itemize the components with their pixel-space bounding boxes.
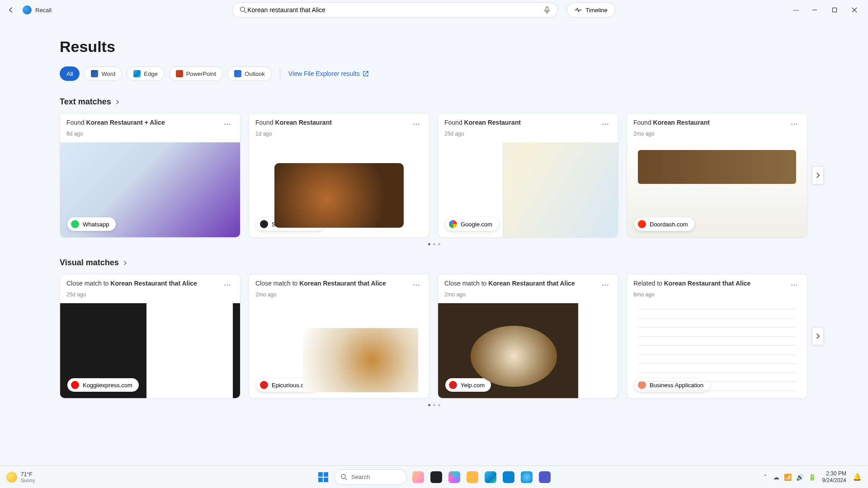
- scroll-next-button[interactable]: [812, 327, 824, 345]
- content-area: Results All Word Edge PowerPoint Outlook…: [0, 20, 868, 465]
- search-icon: [340, 474, 348, 481]
- filter-word[interactable]: Word: [84, 66, 122, 81]
- result-card[interactable]: Found Korean Restaurant + Alice⋯ 6d ago …: [60, 113, 241, 238]
- teams-icon: [539, 471, 551, 483]
- card-thumbnail: Whatsapp: [60, 142, 240, 237]
- app-icon: [430, 471, 442, 483]
- card-title: Close match to Korean Restaurant that Al…: [255, 280, 386, 287]
- weather-condition: Sunny: [21, 478, 35, 483]
- microphone-icon[interactable]: [543, 6, 551, 14]
- text-matches-label: Text matches: [60, 97, 111, 107]
- result-card[interactable]: Found Korean Restaurant⋯ 2mo ago Doordas…: [627, 113, 807, 238]
- card-subtitle: 2mo ago: [255, 291, 423, 298]
- minimize-icon: [812, 7, 817, 13]
- start-button[interactable]: [316, 470, 330, 484]
- card-more-button[interactable]: ⋯: [410, 280, 423, 291]
- result-card[interactable]: Found Korean Restaurant⋯ 1d ago Stonekor…: [249, 113, 429, 238]
- filter-all[interactable]: All: [60, 66, 80, 81]
- taskbar-app[interactable]: [466, 470, 479, 484]
- card-more-button[interactable]: ⋯: [221, 119, 234, 130]
- card-thumbnail: Koggiiexpress.com: [60, 303, 240, 398]
- filter-outlook[interactable]: Outlook: [227, 66, 272, 81]
- tray-overflow[interactable]: ˄: [764, 474, 767, 480]
- badge-label: Yelp.com: [461, 382, 485, 389]
- search-bar[interactable]: [232, 2, 558, 18]
- card-more-button[interactable]: ⋯: [221, 280, 234, 291]
- visual-matches-header[interactable]: Visual matches: [60, 258, 808, 267]
- card-more-button[interactable]: ⋯: [410, 119, 423, 130]
- filter-edge[interactable]: Edge: [127, 66, 164, 81]
- edge-icon: [485, 471, 496, 483]
- more-button[interactable]: ⋯: [787, 3, 805, 17]
- battery-icon[interactable]: 🔋: [808, 474, 816, 481]
- chevron-right-icon: [816, 172, 820, 178]
- card-title: Close match to Korean Restaurant that Al…: [66, 280, 197, 287]
- result-card[interactable]: Close match to Korean Restaurant that Al…: [249, 274, 429, 399]
- search-input[interactable]: [247, 6, 543, 14]
- taskbar-app[interactable]: [411, 470, 425, 484]
- taskbar-app[interactable]: [538, 470, 552, 484]
- file-explorer-icon: [467, 471, 478, 483]
- timeline-button[interactable]: Timeline: [567, 2, 615, 18]
- card-more-button[interactable]: ⋯: [788, 280, 801, 291]
- source-badge: Yelp.com: [445, 378, 491, 392]
- taskbar-app[interactable]: [484, 470, 497, 484]
- maximize-button[interactable]: [825, 3, 844, 17]
- badge-label: Google.com: [461, 221, 492, 228]
- text-matches-header[interactable]: Text matches: [60, 97, 808, 107]
- edge-icon: [133, 70, 141, 77]
- text-matches-row: Found Korean Restaurant + Alice⋯ 6d ago …: [60, 113, 808, 238]
- taskbar: 71°F Sunny Search ˄ ☁ 📶 🔊 🔋 2:30 PM 9/24…: [0, 465, 868, 488]
- epicurious-icon: [260, 381, 268, 389]
- wifi-icon[interactable]: 📶: [784, 474, 792, 481]
- weather-temp: 71°F: [21, 471, 35, 478]
- clock-date: 9/24/2024: [822, 477, 846, 483]
- site-icon: [71, 381, 79, 389]
- card-thumbnail: Google.com: [438, 142, 618, 237]
- tray-icons[interactable]: ☁ 📶 🔊 🔋: [773, 474, 816, 481]
- badge-label: Business Application: [650, 382, 703, 389]
- card-subtitle: 25d ago: [66, 291, 234, 298]
- scroll-next-button[interactable]: [812, 166, 824, 184]
- card-more-button[interactable]: ⋯: [599, 280, 612, 291]
- onedrive-icon[interactable]: ☁: [773, 474, 779, 481]
- taskbar-center: Search: [316, 469, 552, 485]
- back-button[interactable]: [4, 3, 18, 17]
- card-title: Found Korean Restaurant: [255, 119, 332, 126]
- taskbar-app[interactable]: [429, 470, 443, 484]
- document-icon: [638, 381, 646, 389]
- taskbar-app[interactable]: [520, 470, 533, 484]
- outlook-icon: [234, 70, 241, 77]
- clock[interactable]: 2:30 PM 9/24/2024: [822, 470, 846, 483]
- card-subtitle: 2mo ago: [444, 291, 612, 298]
- filter-all-label: All: [66, 70, 73, 77]
- card-more-button[interactable]: ⋯: [788, 119, 801, 130]
- svg-rect-1: [546, 7, 548, 11]
- card-more-button[interactable]: ⋯: [599, 119, 612, 130]
- taskbar-search-placeholder: Search: [351, 474, 370, 480]
- close-button[interactable]: [844, 3, 864, 17]
- doordash-icon: [638, 220, 646, 228]
- result-card[interactable]: Close match to Korean Restaurant that Al…: [60, 274, 241, 399]
- weather-widget[interactable]: 71°F Sunny: [6, 471, 35, 483]
- card-subtitle: 2mo ago: [633, 131, 801, 137]
- card-subtitle: 6d ago: [66, 131, 234, 137]
- card-title: Related to Korean Restaurant that Alice: [633, 280, 750, 287]
- taskbar-search[interactable]: Search: [335, 469, 407, 485]
- result-card[interactable]: Found Korean Restaurant⋯ 25d ago Google.…: [438, 113, 618, 238]
- notifications-icon[interactable]: 🔔: [853, 473, 862, 481]
- taskbar-app[interactable]: [502, 470, 515, 484]
- filter-ppt-label: PowerPoint: [186, 70, 216, 77]
- taskbar-app[interactable]: [448, 470, 461, 484]
- minimize-button[interactable]: [805, 3, 825, 17]
- file-explorer-link[interactable]: View File Explorer results: [288, 70, 369, 77]
- volume-icon[interactable]: 🔊: [796, 474, 804, 481]
- badge-label: Stonekorean.com: [272, 221, 318, 228]
- result-card[interactable]: Related to Korean Restaurant that Alice⋯…: [627, 274, 807, 399]
- source-badge: Koggiiexpress.com: [67, 378, 139, 392]
- filter-powerpoint[interactable]: PowerPoint: [169, 66, 223, 81]
- result-card[interactable]: Close match to Korean Restaurant that Al…: [438, 274, 618, 399]
- card-subtitle: 25d ago: [444, 131, 612, 137]
- badge-label: Epicurious.com: [272, 382, 312, 389]
- card-title: Close match to Korean Restaurant that Al…: [444, 280, 575, 287]
